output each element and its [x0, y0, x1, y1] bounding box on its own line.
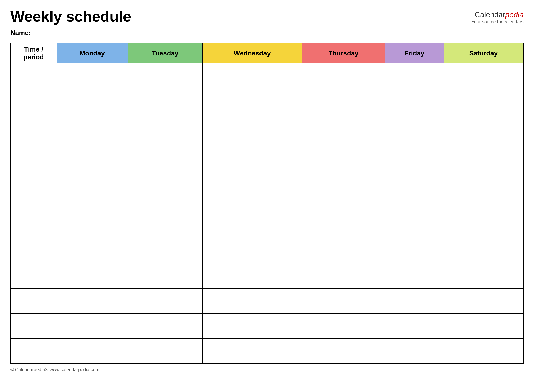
table-cell[interactable]: [128, 213, 203, 238]
table-cell[interactable]: [56, 263, 128, 289]
col-header-saturday: Saturday: [444, 43, 523, 63]
table-cell[interactable]: [444, 339, 523, 364]
table-cell[interactable]: [128, 63, 203, 88]
table-cell[interactable]: [202, 138, 302, 163]
table-cell[interactable]: [56, 339, 128, 364]
table-cell[interactable]: [302, 188, 385, 213]
table-cell[interactable]: [128, 289, 203, 313]
col-header-friday: Friday: [385, 43, 444, 63]
table-cell[interactable]: [202, 163, 302, 188]
table-cell[interactable]: [11, 238, 56, 263]
table-cell[interactable]: [302, 289, 385, 313]
table-row: [11, 63, 523, 88]
table-cell[interactable]: [385, 238, 444, 263]
brand-pedia: pedia: [505, 10, 524, 19]
schedule-table: Time / period Monday Tuesday Wednesday T…: [10, 43, 524, 364]
name-label: Name:: [10, 29, 31, 37]
table-cell[interactable]: [56, 138, 128, 163]
table-cell[interactable]: [385, 313, 444, 339]
table-cell[interactable]: [202, 63, 302, 88]
table-cell[interactable]: [11, 138, 56, 163]
table-cell[interactable]: [202, 313, 302, 339]
col-header-wednesday: Wednesday: [202, 43, 302, 63]
table-cell[interactable]: [128, 188, 203, 213]
table-cell[interactable]: [11, 188, 56, 213]
table-cell[interactable]: [11, 63, 56, 88]
table-cell[interactable]: [128, 88, 203, 113]
table-cell[interactable]: [128, 313, 203, 339]
table-cell[interactable]: [302, 238, 385, 263]
table-cell[interactable]: [302, 63, 385, 88]
table-cell[interactable]: [385, 213, 444, 238]
table-cell[interactable]: [385, 88, 444, 113]
table-cell[interactable]: [444, 138, 523, 163]
table-cell[interactable]: [56, 213, 128, 238]
table-header-row: Time / period Monday Tuesday Wednesday T…: [11, 43, 523, 63]
table-cell[interactable]: [56, 113, 128, 138]
table-cell[interactable]: [11, 339, 56, 364]
table-cell[interactable]: [385, 138, 444, 163]
table-cell[interactable]: [302, 88, 385, 113]
table-cell[interactable]: [302, 138, 385, 163]
table-cell[interactable]: [202, 238, 302, 263]
table-cell[interactable]: [385, 263, 444, 289]
table-cell[interactable]: [385, 113, 444, 138]
table-cell[interactable]: [302, 163, 385, 188]
table-cell[interactable]: [444, 238, 523, 263]
table-cell[interactable]: [202, 213, 302, 238]
table-cell[interactable]: [11, 289, 56, 313]
table-cell[interactable]: [128, 163, 203, 188]
table-row: [11, 138, 523, 163]
table-cell[interactable]: [56, 289, 128, 313]
table-row: [11, 188, 523, 213]
table-cell[interactable]: [11, 213, 56, 238]
table-cell[interactable]: [11, 113, 56, 138]
table-cell[interactable]: [11, 313, 56, 339]
brand-tagline: Your source for calendars: [471, 19, 524, 25]
table-cell[interactable]: [128, 138, 203, 163]
table-cell[interactable]: [56, 188, 128, 213]
table-cell[interactable]: [11, 163, 56, 188]
table-cell[interactable]: [444, 213, 523, 238]
table-cell[interactable]: [56, 163, 128, 188]
table-cell[interactable]: [444, 263, 523, 289]
table-cell[interactable]: [302, 339, 385, 364]
table-cell[interactable]: [444, 88, 523, 113]
table-cell[interactable]: [128, 238, 203, 263]
table-cell[interactable]: [444, 313, 523, 339]
table-cell[interactable]: [444, 63, 523, 88]
table-cell[interactable]: [202, 263, 302, 289]
table-cell[interactable]: [302, 113, 385, 138]
table-cell[interactable]: [202, 88, 302, 113]
table-cell[interactable]: [385, 163, 444, 188]
table-cell[interactable]: [56, 63, 128, 88]
table-cell[interactable]: [385, 289, 444, 313]
table-cell[interactable]: [56, 88, 128, 113]
table-cell[interactable]: [202, 289, 302, 313]
table-cell[interactable]: [444, 113, 523, 138]
table-cell[interactable]: [302, 263, 385, 289]
table-cell[interactable]: [128, 339, 203, 364]
table-cell[interactable]: [302, 213, 385, 238]
table-cell[interactable]: [128, 113, 203, 138]
table-cell[interactable]: [444, 188, 523, 213]
table-cell[interactable]: [128, 263, 203, 289]
table-cell[interactable]: [56, 313, 128, 339]
table-cell[interactable]: [11, 88, 56, 113]
table-cell[interactable]: [56, 238, 128, 263]
table-cell[interactable]: [385, 63, 444, 88]
table-cell[interactable]: [444, 163, 523, 188]
table-cell[interactable]: [385, 339, 444, 364]
table-row: [11, 289, 523, 313]
brand-calendar: Calendar: [475, 10, 505, 19]
table-cell[interactable]: [202, 339, 302, 364]
table-cell[interactable]: [385, 188, 444, 213]
table-row: [11, 113, 523, 138]
table-cell[interactable]: [202, 113, 302, 138]
table-cell[interactable]: [202, 188, 302, 213]
col-header-monday: Monday: [56, 43, 128, 63]
table-cell[interactable]: [11, 263, 56, 289]
table-row: [11, 213, 523, 238]
table-cell[interactable]: [444, 289, 523, 313]
table-cell[interactable]: [302, 313, 385, 339]
